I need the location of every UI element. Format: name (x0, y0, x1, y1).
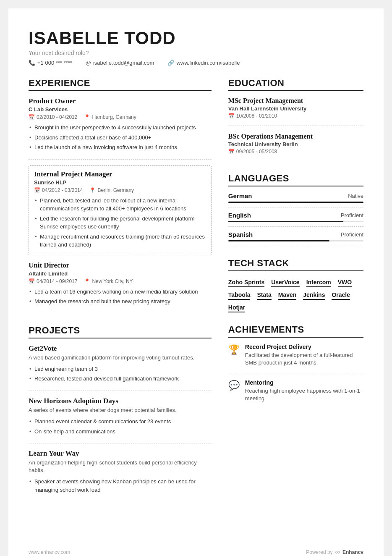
experience-title: EXPERIENCE (29, 78, 212, 91)
bullet-item: Speaker at events showing how Kanban pri… (29, 477, 212, 494)
projects-title: PROJECTS (29, 325, 212, 338)
edu-school-1: Van Hall Larenstein University (228, 105, 363, 112)
right-column: EDUCATION MSc Project Management Van Hal… (228, 78, 363, 513)
tech-item-oracle: Oracle (332, 291, 350, 300)
achievement-desc-2: Reaching high employee happiness with 1-… (245, 387, 363, 402)
project-bullets-3: Speaker at events showing how Kanban pri… (29, 477, 212, 494)
job-company-3: Altalife Limited (29, 270, 212, 277)
lang-row-english: English Proficient (228, 212, 363, 219)
job-meta-2: 📅 04/2012 - 03/2014 📍 Berlin, Germany (34, 187, 206, 193)
header: ISABELLE TODD Your next desired role? 📞 … (29, 29, 363, 66)
achievement-content-2: Mentoring Reaching high employee happine… (245, 379, 363, 402)
bullet-item: Led engineering team of 3 (29, 365, 212, 373)
job-company-1: C Lab Services (29, 106, 212, 113)
education-title: EDUCATION (228, 78, 363, 91)
job-title-2: Internal Project Manager (34, 170, 206, 178)
calendar-icon-2: 📅 (34, 187, 40, 193)
achievement-icon-1: 🏆 (228, 344, 240, 367)
bullet-item: Decisions affected a total user base of … (29, 134, 212, 142)
bullet-item: Planned, beta-tested and led the rollout… (34, 197, 206, 213)
tech-grid: Zoho Sprints UserVoice Intercom VWO Tabo… (228, 277, 363, 312)
footer: www.enhancv.com Powered by ∞ Enhancv (29, 548, 363, 556)
languages-title: LANGUAGES (228, 173, 363, 186)
job-location-1: 📍 Hamburg, Germany (84, 114, 136, 120)
tech-item-maven: Maven (278, 291, 297, 300)
project-title-3: Learn Your Way (29, 449, 212, 458)
tech-stack-title: TECH STACK (228, 258, 363, 271)
tech-item-uservoice: UserVoice (271, 279, 299, 287)
lang-entry-spanish: Spanish Proficient (228, 231, 363, 246)
bullet-item: Brought in the user perspective to 4 suc… (29, 123, 212, 132)
achievement-title-2: Mentoring (245, 379, 363, 386)
linkedin-contact: 🔗 www.linkedin.com/isabelle (167, 60, 240, 66)
bullet-item: Researched, tested and devised full gami… (29, 375, 212, 383)
job-title-3: Unit Director (29, 261, 212, 270)
calendar-icon-1: 📅 (29, 114, 35, 120)
job-entry-product-owner: Product Owner C Lab Services 📅 02/2010 -… (29, 97, 212, 160)
lang-name-german: German (228, 192, 252, 199)
job-meta-1: 📅 02/2010 - 04/2012 📍 Hamburg, Germany (29, 114, 212, 120)
achievement-content-1: Record Project Delivery Facilitated the … (245, 344, 363, 367)
job-entry-unit-director: Unit Director Altalife Limited 📅 04/2014… (29, 261, 212, 313)
project-bullets-1: Led engineering team of 3 Researched, te… (29, 365, 212, 383)
lang-bar-container-english (228, 221, 363, 222)
lang-row-spanish: Spanish Proficient (228, 231, 363, 238)
lang-entry-english: English Proficient (228, 212, 363, 227)
experience-section: EXPERIENCE Product Owner C Lab Services … (29, 78, 212, 313)
bullet-item: Managed the research and built the new p… (29, 297, 212, 306)
tech-item-intercom: Intercom (306, 279, 331, 287)
location-icon-2: 📍 (89, 187, 96, 193)
lang-row-german: German Native (228, 192, 363, 199)
edu-date-2: 📅 09/2005 - 05/2008 (228, 149, 363, 155)
bullet-item: Planned event calendar & communications … (29, 417, 212, 426)
achievement-entry-2: 💬 Mentoring Reaching high employee happi… (228, 379, 363, 408)
achievements-title: ACHIEVEMENTS (228, 324, 363, 338)
edu-school-2: Technical University Berlin (228, 141, 363, 147)
job-location-3: 📍 New York City, NY (84, 278, 133, 284)
job-bullets-1: Brought in the user perspective to 4 suc… (29, 123, 212, 152)
achievement-title-1: Record Project Delivery (245, 344, 363, 350)
achievement-entry-1: 🏆 Record Project Delivery Facilitated th… (228, 344, 363, 373)
tech-item-vwo: VWO (338, 279, 352, 287)
two-column-layout: EXPERIENCE Product Owner C Lab Services … (29, 78, 363, 513)
bullet-item: Led the launch of a new invoicing softwa… (29, 143, 212, 152)
languages-section: LANGUAGES German Native English Proficie… (228, 173, 363, 246)
achievements-section: ACHIEVEMENTS 🏆 Record Project Delivery F… (228, 324, 363, 408)
lang-name-english: English (228, 212, 251, 219)
education-section: EDUCATION MSc Project Management Van Hal… (228, 78, 363, 161)
achievement-icon-2: 💬 (228, 380, 240, 402)
tech-item-taboola: Taboola (228, 291, 251, 300)
project-desc-1: A web based gamification platform for im… (29, 354, 212, 362)
lang-level-spanish: Proficient (341, 231, 363, 238)
phone-icon: 📞 (29, 60, 35, 66)
project-bullets-2: Planned event calendar & communications … (29, 417, 212, 435)
email-contact: @ isabelle.todd@gmail.com (86, 60, 154, 66)
lang-entry-german: German Native (228, 192, 363, 207)
lang-bar-english (228, 221, 343, 222)
projects-section: PROJECTS Get2Vote A web based gamificati… (29, 325, 212, 502)
tech-item-zoho: Zoho Sprints (228, 279, 264, 287)
lang-bar-container-spanish (228, 240, 363, 241)
job-entry-project-manager: Internal Project Manager Sunrise HLP 📅 0… (29, 165, 212, 255)
achievement-desc-1: Facilitated the development of a full-fe… (245, 351, 363, 367)
bullet-item: Led a team of 16 engineers working on a … (29, 288, 212, 296)
job-bullets-2: Planned, beta-tested and led the rollout… (34, 197, 206, 249)
header-contacts: 📞 +1 000 *** **** @ isabelle.todd@gmail.… (29, 60, 363, 66)
powered-by-label: Powered by (306, 549, 332, 555)
lang-name-spanish: Spanish (228, 231, 253, 238)
footer-website: www.enhancv.com (29, 549, 70, 555)
job-title-1: Product Owner (29, 97, 212, 105)
enhancv-brand-name: Enhancv (342, 549, 363, 555)
tech-stack-section: TECH STACK Zoho Sprints UserVoice Interc… (228, 258, 363, 312)
job-company-2: Sunrise HLP (34, 179, 206, 186)
bullet-item: On-site help and communications (29, 427, 212, 436)
footer-brand: Powered by ∞ Enhancv (306, 548, 363, 556)
lang-bar-container-german (228, 202, 363, 203)
enhancv-logo-icon: ∞ (335, 548, 340, 556)
lang-level-english: Proficient (341, 212, 363, 218)
location-icon-1: 📍 (84, 114, 90, 120)
project-title-1: Get2Vote (29, 344, 212, 353)
job-date-3: 📅 04/2014 - 09/2017 (29, 278, 77, 284)
job-location-2: 📍 Berlin, Germany (89, 187, 134, 193)
left-column: EXPERIENCE Product Owner C Lab Services … (29, 78, 212, 513)
